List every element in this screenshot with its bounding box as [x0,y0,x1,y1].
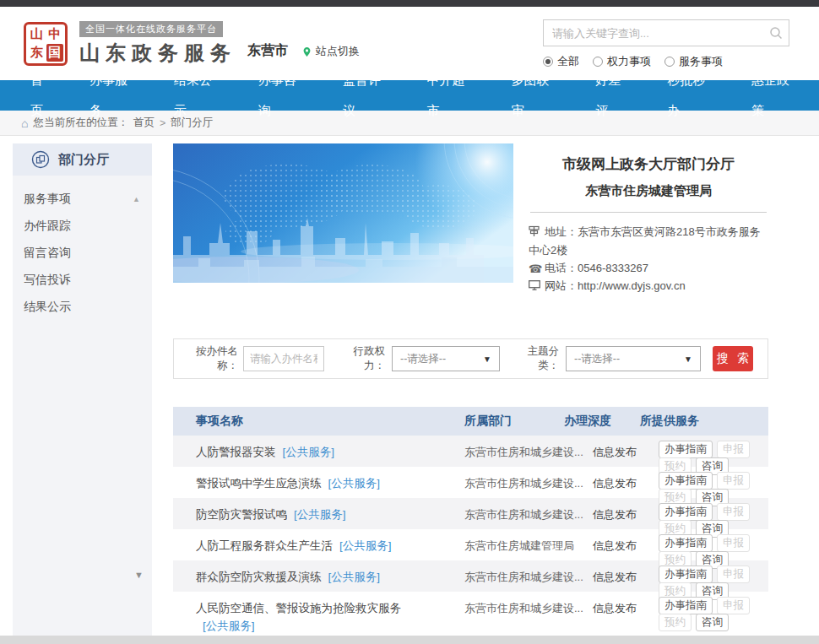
sidebar: 部门分厅 服务事项 ▲ 办件跟踪 留言咨询 [13,143,152,636]
phone-line: ☎电话：0546-8333267 [529,260,768,279]
page-bottom-strip [0,636,819,644]
admin-power-label: 行政权力： [346,344,385,373]
item-name-text: 人民防空通信、警报设施为抢险救灾服务 [196,602,401,614]
dropdown-caret-icon: ▼ [483,354,491,364]
department-hall-icon [31,150,50,169]
sidebar-item[interactable]: 结果公示 [13,294,152,321]
col-header-depth: 办理深度 [564,414,640,429]
public-service-tag-link[interactable]: [公共服务] [328,571,381,583]
consult-button[interactable]: 咨询 [696,614,729,631]
window-top-strip [0,0,819,7]
item-name-cell: 警报试鸣中学生应急演练[公共服务] [196,475,464,493]
radio-icon [593,57,603,67]
topic-class-label: 主题分类： [520,344,559,373]
table-row: 人防警报器安装[公共服务] 东营市住房和城乡建设... 信息发布 办事指南 申报… [173,436,768,467]
item-filter-bar: 按办件名称： 行政权力： --请选择-- ▼ 主题分类： --请选择-- ▼ 搜… [173,338,768,379]
radio-label: 服务事项 [679,54,723,69]
item-department-cell: 东营市住房和城乡建设... [464,444,593,460]
radio-icon [664,57,675,67]
site-switch-link[interactable]: 站点切换 [302,44,360,59]
radio-icon [543,57,553,67]
public-service-tag-link[interactable]: [公共服务] [294,508,346,521]
seal-char: 国 [46,44,64,62]
item-depth-cell: 信息发布 [593,506,659,522]
item-department-cell: 东营市住房和城乡建设... [464,475,593,491]
sidebar-item[interactable]: 留言咨询 [13,240,152,267]
brand-title: 山东政务服务 [79,40,236,67]
search-scope-radio[interactable]: 全部 [543,54,579,69]
item-name-text: 群众防空防灾救援及演练 [196,571,322,583]
search-scope-options: 全部 权力事项 服务事项 [543,54,789,69]
table-row: 人民防空通信、警报设施为抢险救灾服务[公共服务] 东营市住房和城乡建设... 信… [173,592,768,636]
seal-char: 山 [28,26,46,44]
table-row: 人防工程服务群众生产生活[公共服务] 东营市住房城建管理局 信息发布 办事指南 … [173,529,768,560]
sidebar-item-label: 留言咨询 [24,246,71,261]
sidebar-item[interactable]: 办件跟踪 [13,213,152,240]
keyword-search-input[interactable] [543,19,789,46]
site-switch-label: 站点切换 [316,44,360,59]
seal-char: 中 [46,26,64,44]
item-name-text: 防空防灾警报试鸣 [196,508,287,521]
website-label: 网站： [545,279,578,292]
filter-search-button[interactable]: 搜 索 [713,346,753,371]
address-line: 地址：东营市东营区黄河路218号市政务服务中心2楼 [529,224,768,260]
guide-button[interactable]: 办事指南 [659,503,713,521]
breadcrumb-prefix: 您当前所在的位置： [33,116,128,130]
site-logo[interactable]: 山中东国 全国一体化在线政务服务平台 山东政务服务 [24,20,236,67]
sidebar-menu: 服务事项 ▲ 办件跟踪 留言咨询 写信投诉 [13,176,152,321]
breadcrumb-current[interactable]: 部门分厅 [171,116,213,130]
sidebar-item[interactable]: 服务事项 ▲ [13,186,152,213]
search-scope-radio[interactable]: 服务事项 [664,54,723,69]
table-row: 警报试鸣中学生应急演练[公共服务] 东营市住房和城乡建设... 信息发布 办事指… [173,467,768,498]
search-icon[interactable] [769,26,783,40]
item-name-cell: 人防工程服务群众生产生活[公共服务] [196,538,464,555]
sidebar-header: 部门分厅 [13,143,152,176]
topic-class-value: --请选择-- [574,352,620,366]
col-header-department: 所属部门 [464,414,564,429]
public-service-tag-link[interactable]: [公共服务] [339,539,392,552]
address-label: 地址： [545,225,578,238]
declare-button: 申报 [717,441,750,458]
search-scope-radio[interactable]: 权力事项 [593,54,651,69]
admin-power-select[interactable]: --请选择-- ▼ [392,346,500,371]
home-icon: ⌂ [21,116,28,130]
collapse-arrow-icon: ▲ [133,195,140,203]
item-name-text: 人防工程服务群众生产生活 [196,539,333,552]
brand-badge: 全国一体化在线政务服务平台 [79,21,223,37]
item-depth-cell: 信息发布 [593,475,659,491]
table-row: 群众防空防灾救援及演练[公共服务] 东营市住房和城乡建设... 信息发布 办事指… [173,560,768,592]
public-service-tag-link[interactable]: [公共服务] [283,446,335,458]
admin-power-value: --请选择-- [400,352,446,366]
item-depth-cell: 信息发布 [593,600,659,616]
sidebar-item[interactable]: 写信投诉 [13,267,152,294]
contact-block: 地址：东营市东营区黄河路218号市政务服务中心2楼 ☎电话：0546-83332… [529,224,768,296]
sidebar-title: 部门分厅 [58,152,109,168]
item-name-text: 人防警报器安装 [196,446,276,458]
sidebar-scroll-down-icon[interactable]: ▼ [134,570,144,580]
hall-title: 市级网上政务大厅部门分厅 [529,154,768,174]
website-value[interactable]: http://www.dyjs.gov.cn [578,279,686,292]
guide-button[interactable]: 办事指南 [659,441,713,458]
phone-value: 0546-8333267 [578,262,648,274]
public-service-tag-link[interactable]: [公共服务] [328,477,381,490]
guide-button[interactable]: 办事指南 [659,472,713,490]
guide-button[interactable]: 办事指南 [659,597,713,614]
table-row: 防空防灾警报试鸣[公共服务] 东营市住房和城乡建设... 信息发布 办事指南 申… [173,498,768,529]
phone-icon: ☎ [529,261,541,279]
guide-button[interactable]: 办事指南 [659,534,713,552]
location-pin-icon [302,47,312,57]
phone-label: 电话： [545,262,578,274]
public-service-tag-link[interactable]: [公共服务] [203,620,255,632]
brand-text: 全国一体化在线政务服务平台 山东政务服务 [79,20,236,67]
item-department-cell: 东营市住房和城乡建设... [464,569,593,585]
topic-class-select[interactable]: --请选择-- ▼ [566,346,701,371]
item-name-input[interactable] [243,346,324,371]
declare-button: 申报 [717,472,750,490]
item-name-cell: 人民防空通信、警报设施为抢险救灾服务[公共服务] [196,600,464,636]
breadcrumb-home-link[interactable]: 首页 [133,116,155,130]
seal-char: 东 [28,44,46,62]
item-name-cell: 群众防空防灾救援及演练[公共服务] [196,569,464,587]
guide-button[interactable]: 办事指南 [659,566,713,583]
table-body: 人防警报器安装[公共服务] 东营市住房和城乡建设... 信息发布 办事指南 申报… [173,436,768,636]
current-city: 东营市 [247,42,288,60]
